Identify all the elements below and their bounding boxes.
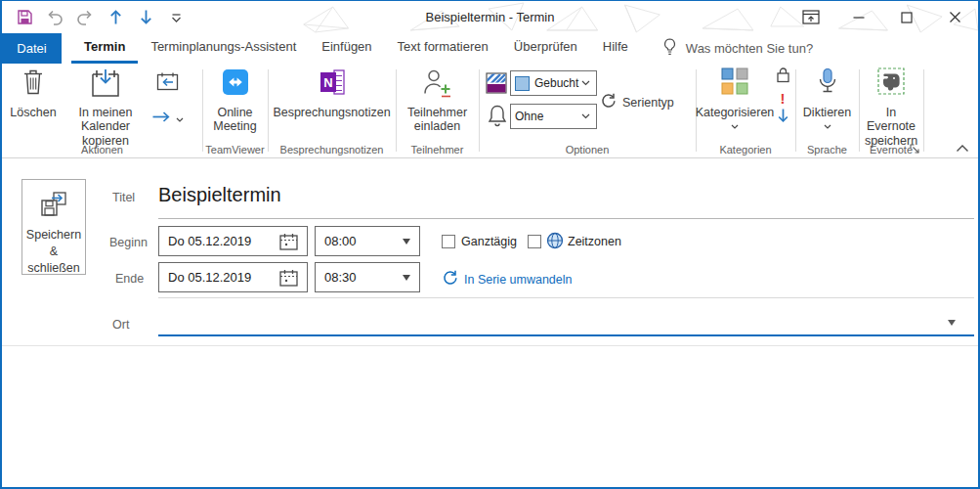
collapse-ribbon-icon[interactable]	[953, 141, 972, 155]
group-label-kategorien: Kategorien	[696, 144, 795, 156]
move-down-icon[interactable]	[137, 7, 154, 28]
maximize-icon[interactable]	[897, 7, 916, 28]
reminder-value: Ohne	[515, 110, 543, 123]
forward-as-icalendar-button[interactable]	[149, 69, 186, 97]
calendar-forward-icon	[156, 71, 179, 95]
arrow-down-icon	[777, 108, 789, 127]
undo-icon[interactable]	[46, 7, 64, 28]
save-close-button[interactable]: Speichern & schließen	[21, 179, 86, 275]
title-field-underline	[158, 218, 974, 219]
evernote-dialog-launcher-icon[interactable]	[910, 144, 920, 155]
globe-icon	[546, 232, 564, 249]
titlebar: Beispieltermin - Termin	[2, 1, 978, 33]
evernote-elephant-icon	[877, 67, 905, 103]
recurrence-icon	[600, 93, 617, 111]
title-field[interactable]: Beispieltermin	[158, 184, 281, 206]
reminder-select[interactable]: Ohne	[510, 104, 597, 129]
online-meeting-button[interactable]: Online Meeting	[205, 67, 265, 134]
private-button[interactable]	[772, 67, 793, 86]
high-importance-button[interactable]: !	[772, 88, 793, 108]
teamviewer-icon	[221, 67, 250, 103]
dictate-button[interactable]: Diktieren	[797, 67, 857, 134]
chevron-down-icon	[731, 119, 739, 133]
dropdown-arrow-icon[interactable]	[403, 239, 410, 244]
group-label-teamviewer: TeamViewer	[202, 144, 268, 156]
group-separator	[923, 69, 924, 152]
tell-me-box[interactable]: Was möchten Sie tun?	[662, 33, 813, 64]
window-title: Beispieltermin - Termin	[197, 1, 783, 33]
show-as-status-icon	[486, 72, 507, 94]
low-importance-button[interactable]	[772, 108, 793, 127]
invite-person-icon	[422, 67, 453, 103]
section-separator	[158, 297, 974, 298]
end-date-field[interactable]: Do 05.12.2019	[158, 262, 308, 292]
invite-attendees-button[interactable]: Teilnehmer einladen	[399, 67, 476, 134]
start-label: Beginn	[109, 236, 148, 249]
timezones-label: Zeitzonen	[568, 235, 621, 248]
body-separator	[2, 345, 980, 346]
save-to-evernote-button[interactable]: In Evernote speichern	[861, 67, 921, 148]
tab-ueberpruefen[interactable]: Überprüfen	[501, 33, 590, 64]
group-optionen: Gebucht Ohne Serientyp Optionen	[479, 64, 696, 157]
tell-me-label: Was möchten Sie tun?	[686, 41, 813, 56]
tab-termin[interactable]: Termin	[71, 33, 138, 64]
meeting-notes-button[interactable]: N Besprechungsnotizen	[271, 67, 393, 119]
end-label: Ende	[115, 272, 144, 286]
title-label: Titel	[112, 191, 135, 204]
delete-button[interactable]: Löschen	[8, 67, 59, 119]
tab-text-formatieren[interactable]: Text formatieren	[385, 33, 501, 64]
ribbon: Löschen In meinen Kalender kopieren	[2, 64, 978, 158]
save-icon[interactable]	[16, 7, 33, 28]
group-besprechungsnotizen: N Besprechungsnotizen Besprechungsnotize…	[268, 64, 396, 157]
chevron-down-icon	[176, 110, 184, 127]
categorize-button[interactable]: Kategorisieren	[696, 67, 774, 134]
tab-datei[interactable]: Datei	[2, 33, 62, 64]
location-dropdown-arrow-icon[interactable]	[948, 320, 956, 326]
redo-icon[interactable]	[76, 7, 94, 28]
location-field[interactable]	[158, 334, 974, 336]
close-icon[interactable]	[945, 7, 964, 28]
start-date-field[interactable]: Do 05.12.2019	[158, 226, 308, 256]
ribbon-tabs: Datei Termin Terminplanungs-Assistent Ei…	[2, 33, 978, 64]
show-as-value: Gebucht	[534, 76, 578, 90]
move-up-icon[interactable]	[107, 7, 124, 28]
make-recurring-link[interactable]: In Serie umwandeln	[442, 270, 572, 289]
group-aktionen: Löschen In meinen Kalender kopieren	[2, 64, 202, 157]
chevron-down-icon	[824, 119, 831, 133]
group-label-optionen: Optionen	[479, 144, 696, 156]
group-teilnehmer: Teilnehmer einladen Teilnehmer	[396, 64, 479, 157]
appointment-window: Beispieltermin - Termin Datei Termin Ter…	[0, 0, 980, 489]
quick-access-toolbar	[16, 1, 185, 33]
busy-color-swatch	[515, 76, 530, 91]
copy-to-my-calendar-button[interactable]: In meinen Kalender kopieren	[59, 67, 152, 148]
recurrence-button[interactable]: Serientyp	[600, 93, 674, 111]
minimize-icon[interactable]	[849, 7, 869, 28]
ribbon-display-options-icon[interactable]	[801, 7, 821, 28]
tab-terminplanungs-assistent[interactable]: Terminplanungs-Assistent	[138, 33, 309, 64]
forward-button[interactable]	[145, 107, 190, 130]
group-label-besprechungsnotizen: Besprechungsnotizen	[268, 144, 396, 156]
dropdown-arrow-icon[interactable]	[403, 275, 410, 281]
microphone-icon	[817, 67, 838, 103]
window-controls	[801, 1, 964, 33]
calendar-picker-icon[interactable]	[279, 233, 298, 250]
calendar-picker-icon[interactable]	[279, 269, 298, 287]
exclamation-icon: !	[781, 91, 786, 106]
categories-icon	[721, 67, 748, 103]
recurrence-icon	[442, 270, 458, 289]
lightbulb-icon	[662, 38, 677, 59]
trash-icon	[21, 67, 45, 103]
location-label: Ort	[112, 318, 129, 332]
appointment-form: Speichern & schließen Titel Beginn Ende …	[2, 158, 978, 489]
show-as-select[interactable]: Gebucht	[510, 70, 597, 96]
tab-einfuegen[interactable]: Einfügen	[309, 33, 384, 64]
customize-qat-icon[interactable]	[167, 7, 185, 28]
all-day-checkbox[interactable]	[442, 235, 455, 248]
timezones-checkbox[interactable]	[528, 235, 541, 248]
tab-hilfe[interactable]: Hilfe	[590, 33, 641, 64]
start-time-field[interactable]: 08:00	[315, 226, 420, 256]
chevron-down-icon	[581, 80, 590, 86]
end-time-field[interactable]: 08:30	[315, 262, 420, 292]
group-label-teilnehmer: Teilnehmer	[396, 144, 479, 156]
chevron-down-icon	[581, 113, 590, 119]
